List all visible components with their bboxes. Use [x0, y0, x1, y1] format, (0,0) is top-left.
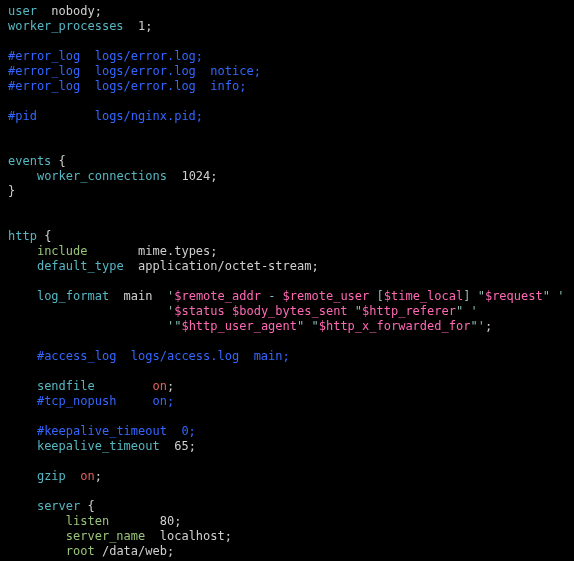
comment-line: #error_log logs/error.log notice; — [8, 64, 261, 78]
literal: - — [261, 289, 283, 303]
value: mime.types; — [138, 244, 217, 258]
directive-server-name: server_name — [66, 529, 145, 543]
value: 65; — [174, 439, 196, 453]
directive-include: include — [37, 244, 88, 258]
directive-log-format: log_format — [37, 289, 109, 303]
var-remote-user: $remote_user — [283, 289, 370, 303]
value: /data/web; — [102, 544, 174, 558]
directive-keepalive-timeout: keepalive_timeout — [37, 439, 160, 453]
directive-sendfile: sendfile — [37, 379, 95, 393]
semicolon: ; — [95, 469, 102, 483]
comment-line: #tcp_nopush on; — [37, 394, 174, 408]
literal: [ — [369, 289, 383, 303]
semicolon: ; — [167, 379, 174, 393]
brace-open: { — [44, 229, 51, 243]
literal: ] " — [463, 289, 485, 303]
comment-line: #pid logs/nginx.pid; — [8, 109, 203, 123]
directive-root: root — [66, 544, 95, 558]
directive-http: http — [8, 229, 37, 243]
comment-line: #error_log logs/error.log; — [8, 49, 203, 63]
var-request: $request — [485, 289, 543, 303]
literal-on: on — [153, 379, 167, 393]
value: 1; — [138, 19, 152, 33]
directive-user: user — [8, 4, 37, 18]
literal-on: on — [80, 469, 94, 483]
quote: ' — [470, 304, 477, 318]
var-remote-addr: $remote_addr — [174, 289, 261, 303]
semicolon: ; — [485, 319, 492, 333]
directive-server: server — [37, 499, 80, 513]
literal: " — [543, 289, 557, 303]
var-http-user-agent: $http_user_agent — [181, 319, 297, 333]
value: 1024; — [181, 169, 217, 183]
value: nobody; — [51, 4, 102, 18]
directive-worker-processes: worker_processes — [8, 19, 124, 33]
literal: " — [470, 319, 477, 333]
quote: ' — [478, 319, 485, 333]
brace-open: { — [59, 154, 66, 168]
directive-events: events — [8, 154, 51, 168]
directive-worker-connections: worker_connections — [37, 169, 167, 183]
var-http-referer: $http_referer — [362, 304, 456, 318]
space — [225, 304, 232, 318]
quote: ' — [557, 289, 564, 303]
var-status: $status — [174, 304, 225, 318]
comment-line: #error_log logs/error.log info; — [8, 79, 246, 93]
literal: " — [348, 304, 362, 318]
value: localhost; — [160, 529, 232, 543]
log-format-name: main — [124, 289, 153, 303]
literal: " " — [297, 319, 319, 333]
directive-gzip: gzip — [37, 469, 66, 483]
directive-default-type: default_type — [37, 259, 124, 273]
var-time-local: $time_local — [384, 289, 463, 303]
value: application/octet-stream; — [138, 259, 319, 273]
literal: " — [456, 304, 470, 318]
value: 80; — [160, 514, 182, 528]
var-http-x-forwarded-for: $http_x_forwarded_for — [319, 319, 471, 333]
nginx-config-code: user nobody; worker_processes 1; #error_… — [0, 0, 574, 561]
brace-close: } — [8, 184, 15, 198]
comment-line: #access_log logs/access.log main; — [37, 349, 290, 363]
brace-open: { — [88, 499, 95, 513]
directive-listen: listen — [66, 514, 109, 528]
var-body-bytes-sent: $body_bytes_sent — [232, 304, 348, 318]
comment-line: #keepalive_timeout 0; — [37, 424, 196, 438]
